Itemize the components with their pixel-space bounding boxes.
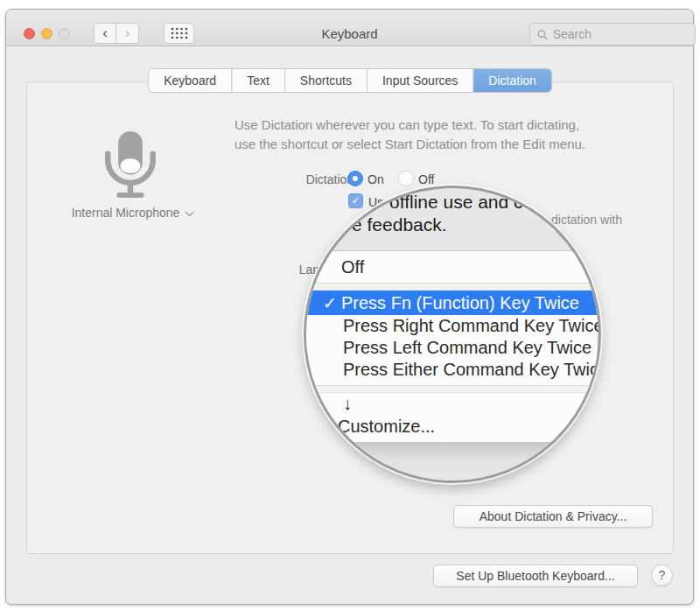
search-icon: [537, 29, 548, 40]
tab-input-sources[interactable]: Input Sources: [367, 69, 472, 92]
dictation-off-label[interactable]: Off: [418, 172, 434, 186]
search-input[interactable]: [553, 27, 688, 41]
menu-separator: [306, 283, 597, 291]
tab-text[interactable]: Text: [231, 69, 284, 92]
shortcut-dropdown-menu: Off ✓ Press Fn (Function) Key Twice Pres…: [306, 250, 597, 442]
tab-dictation[interactable]: Dictation: [472, 69, 550, 92]
menu-item-press-either-command[interactable]: Press Either Command Key Twice: [306, 359, 597, 381]
description-fragment: dictation with: [551, 213, 622, 227]
help-button[interactable]: ?: [651, 564, 673, 586]
menu-item-press-left-command[interactable]: Press Left Command Key Twice: [306, 337, 597, 359]
magnified-text-line2: e feedback.: [352, 214, 447, 235]
description-line-2: use the shortcut or select Start Dictati…: [234, 135, 663, 154]
tab-bar: Keyboard Text Shortcuts Input Sources Di…: [149, 69, 551, 92]
menu-item-selected-label: Press Fn (Function) Key Twice: [341, 293, 579, 313]
dictation-on-radio[interactable]: [347, 171, 363, 186]
microphone-selector[interactable]: Internal Microphone: [31, 206, 232, 220]
dictation-off-radio[interactable]: [398, 171, 414, 186]
magnifier-loupe: offline use and con e feedback. Off ✓ Pr…: [304, 186, 601, 483]
microphone-selector-label: Internal Microphone: [72, 206, 180, 220]
menu-item-off[interactable]: Off: [306, 251, 597, 283]
dictation-description: Use Dictation wherever you can type text…: [234, 116, 663, 154]
description-line-1: Use Dictation wherever you can type text…: [234, 116, 663, 135]
screenshot-page: ‹ › Keyboard Keyboard Text Short: [0, 0, 700, 610]
enhanced-dictation-checkbox[interactable]: ✓: [348, 193, 363, 208]
menu-item-press-right-command[interactable]: Press Right Command Key Twice: [306, 315, 597, 337]
down-arrow-icon: ↓: [306, 393, 597, 415]
menu-item-press-fn-selected[interactable]: ✓ Press Fn (Function) Key Twice: [306, 291, 597, 315]
checkmark-icon: ✓: [318, 293, 341, 313]
dictation-on-label[interactable]: On: [368, 172, 384, 186]
tab-shortcuts[interactable]: Shortcuts: [284, 69, 367, 92]
dictation-label: Dictation:: [252, 172, 357, 186]
setup-bluetooth-keyboard-button[interactable]: Set Up Bluetooth Keyboard...: [433, 564, 638, 587]
menu-separator: [306, 385, 597, 393]
about-dictation-privacy-button[interactable]: About Dictation & Privacy...: [453, 505, 653, 528]
search-field[interactable]: [529, 23, 696, 46]
tab-keyboard[interactable]: Keyboard: [149, 69, 231, 92]
menu-item-customize[interactable]: Customize...: [306, 415, 597, 438]
microphone-icon: [90, 128, 171, 208]
title-bar: ‹ › Keyboard: [6, 10, 693, 46]
chevron-down-icon: [186, 207, 194, 216]
